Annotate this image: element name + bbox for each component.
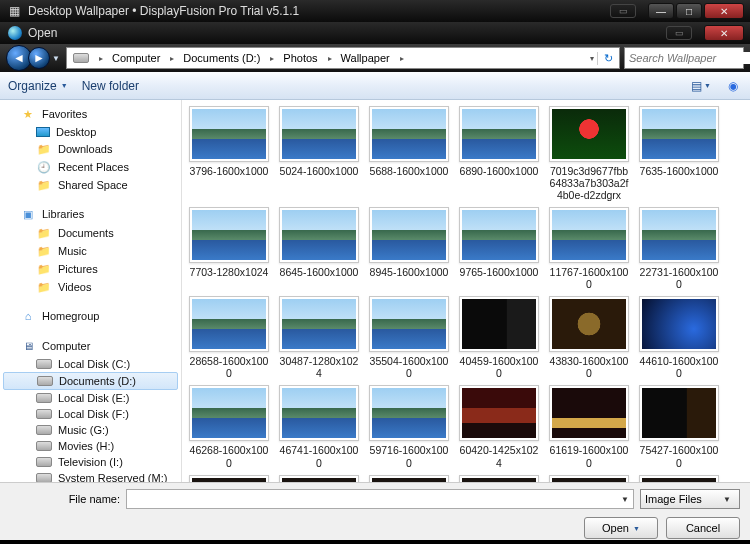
file-label: 43830-1600x1000 — [547, 355, 631, 379]
file-item[interactable]: 22731-1600x1000 — [636, 207, 722, 290]
breadcrumb-seg[interactable]: Computer — [106, 48, 167, 68]
thumbnail — [369, 475, 449, 482]
cancel-button[interactable]: Cancel — [666, 517, 740, 539]
sidebar-item-pictures[interactable]: 📁Pictures — [0, 260, 181, 278]
sidebar-item-drive-c[interactable]: Local Disk (C:) — [0, 356, 181, 372]
sidebar-libraries-header[interactable]: ▣Libraries — [0, 204, 181, 224]
sidebar-item-drive-f[interactable]: Local Disk (F:) — [0, 406, 181, 422]
file-item[interactable]: 7635-1600x1000 — [636, 106, 722, 201]
sidebar-item-drive-m[interactable]: System Reserved (M:) — [0, 470, 181, 482]
file-label: 28658-1600x1000 — [187, 355, 271, 379]
dialog-toggle-icon[interactable]: ▭ — [666, 26, 692, 40]
sidebar-favorites-header[interactable]: ★Favorites — [0, 104, 181, 124]
file-item[interactable] — [456, 475, 542, 482]
toolbar: Organize▼ New folder ▤▼ ◉ — [0, 72, 750, 100]
dialog-close-button[interactable]: ✕ — [704, 25, 744, 41]
filename-input-wrap[interactable]: ▼ — [126, 489, 634, 509]
filename-dropdown[interactable]: ▼ — [617, 495, 633, 504]
breadcrumb-dropdown[interactable]: ▾ — [587, 54, 597, 63]
file-item[interactable]: 3796-1600x1000 — [186, 106, 272, 201]
file-item[interactable]: 6890-1600x1000 — [456, 106, 542, 201]
breadcrumb-seg[interactable]: Photos — [277, 48, 324, 68]
file-item[interactable]: 11767-1600x1000 — [546, 207, 632, 290]
breadcrumb-seg[interactable]: Documents (D:) — [177, 48, 267, 68]
file-label: 5024-1600x1000 — [280, 165, 359, 177]
file-item[interactable]: 35504-1600x1000 — [366, 296, 452, 379]
file-item[interactable]: 8945-1600x1000 — [366, 207, 452, 290]
file-item[interactable]: 44610-1600x1000 — [636, 296, 722, 379]
file-item[interactable]: 46268-1600x1000 — [186, 385, 272, 468]
sidebar-item-drive-e[interactable]: Local Disk (E:) — [0, 390, 181, 406]
filename-label: File name: — [10, 493, 120, 505]
file-item[interactable] — [276, 475, 362, 482]
sidebar-item-downloads[interactable]: 📁Downloads — [0, 140, 181, 158]
open-button[interactable]: Open▼ — [584, 517, 658, 539]
filename-input[interactable] — [127, 493, 617, 505]
file-label: 7635-1600x1000 — [640, 165, 719, 177]
thumbnail — [459, 475, 539, 482]
parent-title: Desktop Wallpaper • DisplayFusion Pro Tr… — [28, 4, 299, 18]
file-item[interactable]: 59716-1600x1000 — [366, 385, 452, 468]
view-mode-button[interactable]: ▤▼ — [692, 78, 710, 94]
search-box[interactable]: 🔍 — [624, 47, 744, 69]
file-label: 22731-1600x1000 — [637, 266, 721, 290]
drive-icon — [36, 441, 52, 451]
sidebar-item-videos[interactable]: 📁Videos — [0, 278, 181, 296]
file-item[interactable]: 60420-1425x1024 — [456, 385, 542, 468]
nav-row: ◄ ► ▼ ▸ Computer▸ Documents (D:)▸ Photos… — [0, 44, 750, 72]
sidebar-item-music[interactable]: 📁Music — [0, 242, 181, 260]
parent-close-button[interactable]: ✕ — [704, 3, 744, 19]
nav-history-dropdown[interactable]: ▼ — [50, 54, 62, 63]
file-item[interactable]: 43830-1600x1000 — [546, 296, 632, 379]
file-item[interactable] — [186, 475, 272, 482]
sidebar-item-shared[interactable]: 📁Shared Space — [0, 176, 181, 194]
parent-minimize-button[interactable]: — — [648, 3, 674, 19]
thumbnail — [279, 475, 359, 482]
file-item[interactable]: 61619-1600x1000 — [546, 385, 632, 468]
sidebar-item-recent[interactable]: 🕘Recent Places — [0, 158, 181, 176]
filetype-select[interactable]: Image Files▼ — [640, 489, 740, 509]
parent-toggle-icon[interactable]: ▭ — [610, 4, 636, 18]
file-label: 9765-1600x1000 — [460, 266, 539, 278]
file-item[interactable]: 75427-1600x1000 — [636, 385, 722, 468]
sidebar-item-drive-h[interactable]: Movies (H:) — [0, 438, 181, 454]
breadcrumb[interactable]: ▸ Computer▸ Documents (D:)▸ Photos▸ Wall… — [66, 47, 620, 69]
file-label: 11767-1600x1000 — [547, 266, 631, 290]
file-label: 60420-1425x1024 — [457, 444, 541, 468]
file-item[interactable]: 7019c3d9677fbb64833a7b303a2f4b0e-d2zdgrx — [546, 106, 632, 201]
file-label: 35504-1600x1000 — [367, 355, 451, 379]
file-item[interactable] — [636, 475, 722, 482]
file-label: 3796-1600x1000 — [190, 165, 269, 177]
file-item[interactable]: 8645-1600x1000 — [276, 207, 362, 290]
new-folder-button[interactable]: New folder — [82, 79, 139, 93]
file-item[interactable]: 40459-1600x1000 — [456, 296, 542, 379]
file-label: 30487-1280x1024 — [277, 355, 361, 379]
file-item[interactable]: 5688-1600x1000 — [366, 106, 452, 201]
thumbnail — [459, 385, 539, 441]
file-item[interactable]: 46741-1600x1000 — [276, 385, 362, 468]
thumbnail — [549, 106, 629, 162]
sidebar-item-desktop[interactable]: Desktop — [0, 124, 181, 140]
organize-menu[interactable]: Organize▼ — [8, 79, 68, 93]
file-item[interactable] — [366, 475, 452, 482]
file-item[interactable] — [546, 475, 632, 482]
breadcrumb-seg[interactable]: Wallpaper — [335, 48, 397, 68]
nav-forward-button[interactable]: ► — [28, 47, 50, 69]
sidebar-item-drive-d[interactable]: Documents (D:) — [3, 372, 178, 390]
thumbnail — [279, 106, 359, 162]
search-input[interactable] — [629, 52, 750, 64]
refresh-button[interactable]: ↻ — [597, 52, 619, 65]
sidebar-item-drive-g[interactable]: Music (G:) — [0, 422, 181, 438]
parent-maximize-button[interactable]: □ — [676, 3, 702, 19]
file-item[interactable]: 7703-1280x1024 — [186, 207, 272, 290]
file-item[interactable]: 28658-1600x1000 — [186, 296, 272, 379]
sidebar-item-drive-i[interactable]: Television (I:) — [0, 454, 181, 470]
file-item[interactable]: 9765-1600x1000 — [456, 207, 542, 290]
sidebar-homegroup-header[interactable]: ⌂Homegroup — [0, 306, 181, 326]
sidebar-computer-header[interactable]: 🖥Computer — [0, 336, 181, 356]
sidebar-item-documents[interactable]: 📁Documents — [0, 224, 181, 242]
file-label: 46268-1600x1000 — [187, 444, 271, 468]
help-button[interactable]: ◉ — [724, 78, 742, 94]
file-item[interactable]: 30487-1280x1024 — [276, 296, 362, 379]
file-item[interactable]: 5024-1600x1000 — [276, 106, 362, 201]
